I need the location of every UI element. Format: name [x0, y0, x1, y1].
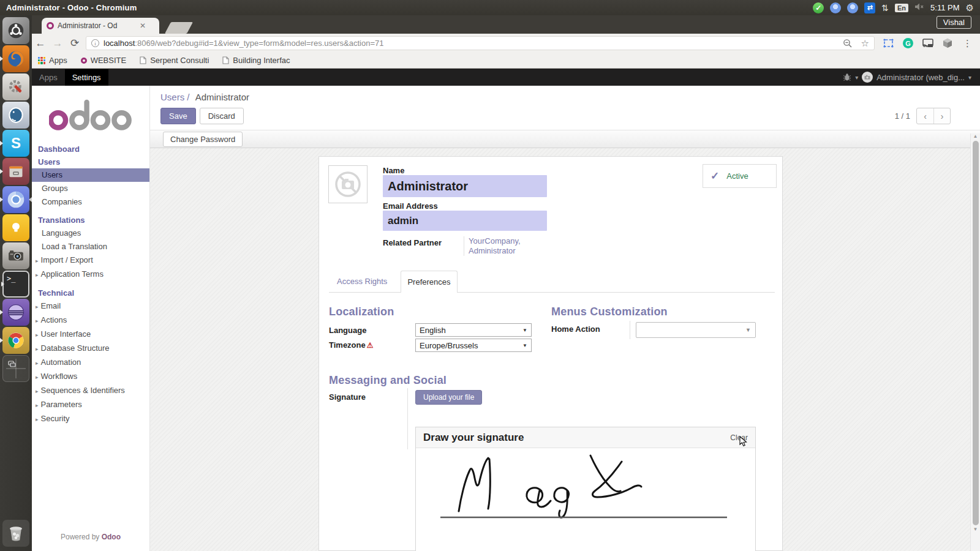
sidebar-item-languages[interactable]: Languages [32, 227, 149, 240]
volume-muted-icon[interactable] [914, 2, 924, 13]
grammarly-extension-icon[interactable]: G [903, 38, 913, 48]
postgresql-icon[interactable] [2, 102, 29, 129]
sidebar-item-security[interactable]: ▸Security [32, 412, 149, 426]
name-input[interactable]: Administrator [383, 175, 547, 197]
scrollbar-thumb[interactable] [973, 141, 979, 525]
session-gear-icon[interactable]: ⚙ [966, 2, 974, 13]
discard-button[interactable]: Discard [200, 108, 244, 124]
sidebar-item-workflows[interactable]: ▸Workflows [32, 370, 149, 384]
system-titlebar: Administrator - Odoo - Chromium ✓ ⇄ ⇅ En… [0, 0, 980, 15]
signature-label: Signature [329, 392, 366, 402]
sidebar-item-application-terms[interactable]: ▸Application Terms [32, 268, 149, 282]
chrome-icon[interactable] [2, 327, 29, 354]
timezone-select[interactable]: Europe/Brussels ▼ [415, 339, 532, 352]
sidebar-item-actions[interactable]: ▸Actions [32, 313, 149, 328]
signature-canvas[interactable] [416, 448, 755, 551]
caret-right-icon: ▸ [36, 416, 39, 422]
sidebar-header-users[interactable]: Users [32, 156, 149, 168]
signature-header: Draw your signature Clear [416, 427, 755, 448]
pager-prev-button[interactable]: ‹ [917, 108, 933, 124]
keyboard-layout-indicator[interactable]: En [895, 4, 908, 12]
bookmark-serpent[interactable]: Serpent Consulti [140, 56, 209, 65]
reload-button[interactable]: ⟳ [66, 37, 83, 50]
system-settings-icon[interactable] [2, 73, 29, 100]
zoom-out-icon[interactable] [843, 39, 853, 48]
cube-extension-icon[interactable] [943, 38, 952, 48]
active-label: Active [726, 171, 748, 181]
save-button[interactable]: Save [160, 108, 196, 124]
odoo-nav-apps[interactable]: Apps [32, 69, 65, 86]
chromium-icon[interactable] [2, 186, 29, 213]
user-avatar[interactable] [862, 72, 873, 83]
ubuntu-dash-icon[interactable] [2, 17, 29, 44]
skype-icon[interactable]: S [2, 130, 29, 157]
scroll-up-icon[interactable]: ▲ [973, 133, 978, 140]
bookmark-website[interactable]: WEBSITE [81, 56, 127, 65]
email-label: Email Address [383, 201, 438, 211]
forward-button[interactable]: → [49, 37, 66, 50]
scroll-down-icon[interactable]: ▼ [973, 527, 978, 533]
language-select[interactable]: English ▼ [415, 323, 532, 337]
active-checkbox[interactable]: ✓ Active [703, 164, 777, 188]
google-keep-icon[interactable] [2, 214, 29, 241]
teamviewer-icon[interactable]: ⇄ [864, 2, 875, 13]
terminal-icon[interactable]: >_ [2, 271, 29, 298]
page-scrollbar[interactable]: ▲ ▼ [970, 133, 980, 551]
user-menu[interactable]: Administrator (web_dig... [876, 73, 965, 82]
screenshot-extension-icon[interactable] [883, 39, 894, 48]
trash-icon[interactable] [2, 520, 29, 547]
sidebar-item-automation[interactable]: ▸Automation [32, 356, 149, 370]
sidebar-item-email[interactable]: ▸Email [32, 299, 149, 313]
bookmark-building[interactable]: Building Interfac [222, 56, 290, 65]
change-password-button[interactable]: Change Password [163, 132, 243, 147]
sidebar-item-parameters[interactable]: ▸Parameters [32, 398, 149, 412]
odoo-brand-link[interactable]: Odoo [102, 533, 121, 541]
debug-caret-icon[interactable]: ▾ [855, 74, 858, 81]
odoo-nav-settings[interactable]: Settings [65, 69, 108, 86]
sidebar-item-companies[interactable]: Companies [32, 195, 149, 209]
workspace-switcher-icon[interactable] [2, 355, 29, 382]
bookmark-apps[interactable]: Apps [38, 56, 67, 65]
browser-tab-active[interactable]: Administrator - Od ✕ [42, 18, 159, 34]
clock[interactable]: 5:11 PM [930, 3, 959, 12]
bookmark-star-icon[interactable]: ☆ [861, 38, 869, 49]
camera-icon[interactable] [2, 242, 29, 269]
upload-file-button[interactable]: Upload your file [415, 390, 482, 405]
sidebar-item-database-structure[interactable]: ▸Database Structure [32, 342, 149, 356]
page-info-icon[interactable]: i [91, 39, 99, 47]
sidebar-item-load-translation[interactable]: Load a Translation [32, 240, 149, 253]
file-archive-icon[interactable] [2, 158, 29, 185]
chromium-indicator-icon[interactable] [830, 2, 841, 13]
network-arrows-icon[interactable]: ⇅ [881, 3, 889, 13]
skype-status-icon[interactable]: ✓ [813, 2, 824, 13]
url-bar[interactable]: i localhost :8069/web?debug#id=1&view_ty… [86, 36, 875, 50]
new-tab-button[interactable] [165, 22, 193, 34]
related-partner-link[interactable]: YourCompany, Administrator [464, 236, 521, 256]
debug-bug-icon[interactable] [843, 73, 851, 81]
timezone-warning-icon: ⚠ [367, 341, 374, 350]
browser-menu-icon[interactable]: ⋮ [963, 38, 972, 49]
sidebar-header-translations: Translations [32, 214, 149, 227]
back-button[interactable]: ← [32, 37, 49, 50]
sidebar-item-user-interface[interactable]: ▸User Interface [32, 328, 149, 342]
tab-close-icon[interactable]: ✕ [140, 21, 146, 30]
sidebar-item-import-export[interactable]: ▸Import / Export [32, 253, 149, 268]
home-action-combobox[interactable]: ▼ [636, 322, 756, 338]
user-caret-icon[interactable]: ▾ [968, 74, 971, 81]
eclipse-icon[interactable] [2, 299, 29, 326]
pager-next-button[interactable]: › [933, 108, 950, 124]
sidebar-item-dashboard[interactable]: Dashboard [32, 143, 149, 156]
breadcrumb-users-link[interactable]: Users / [160, 92, 190, 102]
tab-access-rights[interactable]: Access Rights [337, 277, 387, 286]
email-input[interactable]: admin [383, 211, 547, 231]
sidebar-item-groups[interactable]: Groups [32, 182, 149, 195]
form-button-strip: Change Password [150, 130, 980, 148]
language-label: Language [329, 326, 366, 335]
cast-icon[interactable] [922, 39, 933, 48]
firefox-icon[interactable] [2, 45, 29, 72]
tab-preferences[interactable]: Preferences [401, 271, 458, 293]
user-image-placeholder[interactable] [328, 165, 368, 203]
sidebar-item-sequences[interactable]: ▸Sequences & Identifiers [32, 384, 149, 398]
sidebar-item-users[interactable]: Users [32, 168, 149, 182]
chromium-indicator-icon[interactable] [847, 2, 858, 13]
